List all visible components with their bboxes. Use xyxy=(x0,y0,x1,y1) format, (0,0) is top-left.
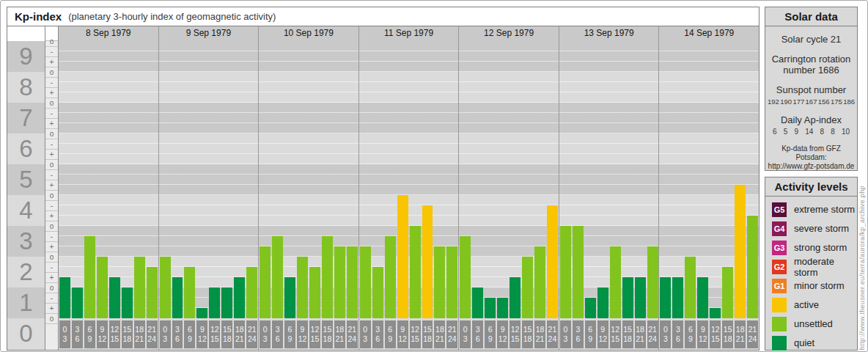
day-column xyxy=(159,41,260,318)
hour-label: 1821 xyxy=(334,320,345,348)
hour-label: 1821 xyxy=(635,320,646,348)
y-subtick-2+: + xyxy=(45,242,58,252)
bar-slot xyxy=(584,41,597,318)
legend-swatch: G3 xyxy=(772,241,787,255)
watermark-url: http://www.theusner.eu/terra/aurora/kp_a… xyxy=(858,186,866,350)
hour-label: 36 xyxy=(573,320,584,348)
bar-slot xyxy=(108,41,121,318)
bar-slot xyxy=(459,41,471,318)
day-column xyxy=(359,41,460,318)
bar-slot xyxy=(521,41,534,318)
kp-bar xyxy=(59,277,70,318)
activity-levels-panel: Activity levels G5extreme stormG4severe … xyxy=(765,177,858,351)
kp-bar xyxy=(134,257,145,318)
page-subtitle: (planetary 3-hourly index of geomagnetic… xyxy=(68,11,276,22)
kp-source-line2: http://www.gfz-potsdam.de xyxy=(765,162,857,171)
legend-label: unsettled xyxy=(794,318,833,329)
y-subtick-3+: + xyxy=(45,211,58,221)
kp-bar xyxy=(385,236,396,318)
hour-label: 69 xyxy=(284,320,295,348)
legend-label: moderate storm xyxy=(794,256,857,278)
legend-label: severe storm xyxy=(794,223,849,234)
hour-label: 1821 xyxy=(534,320,545,348)
kp-bar xyxy=(685,257,696,318)
bar-slot xyxy=(397,41,409,318)
y-subtick-2-: - xyxy=(45,263,58,273)
bar-slot xyxy=(246,41,258,318)
kp-bar xyxy=(234,277,245,318)
bar-slot xyxy=(634,41,647,318)
day-column xyxy=(559,41,660,318)
y-tick-2: 2 xyxy=(7,257,45,287)
hour-label: 36 xyxy=(72,320,83,348)
hour-label: 1518 xyxy=(722,320,733,348)
bar-slot xyxy=(359,41,372,318)
legend-swatch: G2 xyxy=(772,260,787,274)
day-hour-labels: 0336699121215151818212124 xyxy=(259,318,359,350)
y-subtick-3o: o xyxy=(45,221,58,232)
kp-bar xyxy=(522,257,533,318)
day-column xyxy=(59,41,159,318)
hour-label: 03 xyxy=(460,320,471,348)
plot-area xyxy=(59,41,759,318)
sunspot-number-values: 192190177167156175186 xyxy=(765,95,857,106)
ap-value: 6 xyxy=(773,128,777,136)
bar-slot xyxy=(196,41,208,318)
sunspot-number-label: Sunspot number xyxy=(765,84,857,95)
hour-label: 1518 xyxy=(122,320,133,348)
kp-bar xyxy=(260,246,271,318)
y-subtick-0+: + xyxy=(45,304,58,314)
kp-bar xyxy=(72,287,83,318)
page-title: Kp-index xyxy=(15,10,62,23)
date-header: 12 Sep 1979 xyxy=(459,26,559,41)
bar-slot xyxy=(183,41,196,318)
hour-label: 1518 xyxy=(221,320,232,348)
y-tick-7: 7 xyxy=(7,103,45,133)
y-tick-9: 9 xyxy=(7,41,45,72)
y-tick-5: 5 xyxy=(7,164,45,195)
legend-swatch: G5 xyxy=(772,202,787,217)
bar-slot xyxy=(259,41,271,318)
bar-slot xyxy=(309,41,321,318)
kp-bar xyxy=(196,308,207,318)
kp-index-infographic: Kp-index (planetary 3-hourly index of ge… xyxy=(0,0,868,352)
y-subtick-1-: - xyxy=(45,293,58,304)
y-subtick-4o: o xyxy=(45,191,58,201)
hour-label: 2124 xyxy=(647,320,658,348)
hour-label: 2124 xyxy=(147,320,158,348)
legend-label: extreme storm xyxy=(794,204,855,215)
bar-slot xyxy=(622,41,634,318)
hour-label: 69 xyxy=(84,320,95,348)
legend-item-active: active xyxy=(772,296,857,314)
hour-label: 912 xyxy=(497,320,508,348)
bar-slot xyxy=(208,41,221,318)
bar-slot xyxy=(221,41,233,318)
bar-slot xyxy=(647,41,659,318)
carrington-rotation-line1: Carrington rotation xyxy=(765,54,857,65)
ap-index-values: 659148810 xyxy=(765,125,857,136)
hour-label: 03 xyxy=(160,320,171,348)
hour-label: 36 xyxy=(372,320,383,348)
date-header: 8 Sep 1979 xyxy=(59,26,159,41)
kp-bar xyxy=(434,246,445,318)
y-subtick-7-: - xyxy=(45,109,58,119)
legend-swatch xyxy=(772,317,787,331)
hour-label: 1215 xyxy=(109,320,120,348)
y-subtick-9-: - xyxy=(45,47,58,57)
hour-label: 69 xyxy=(184,320,195,348)
hour-label: 1215 xyxy=(710,320,721,348)
hour-label: 03 xyxy=(260,320,271,348)
date-header: 10 Sep 1979 xyxy=(259,26,359,41)
bar-slot xyxy=(121,41,133,318)
kp-bar xyxy=(560,226,571,318)
hour-label: 1821 xyxy=(434,320,445,348)
bar-slot xyxy=(146,41,158,318)
kp-source-line1: Kp-data from GFZ Potsdam: xyxy=(765,144,857,162)
bar-slot xyxy=(84,41,96,318)
hour-label: 36 xyxy=(472,320,483,348)
kp-bar xyxy=(485,298,496,318)
legend-item-moderate-storm: G2moderate storm xyxy=(772,257,857,276)
day-hour-labels: 0336699121215151818212124 xyxy=(459,318,559,350)
legend-item-quiet: quiet xyxy=(772,334,857,352)
sunspot-value: 175 xyxy=(831,98,842,106)
